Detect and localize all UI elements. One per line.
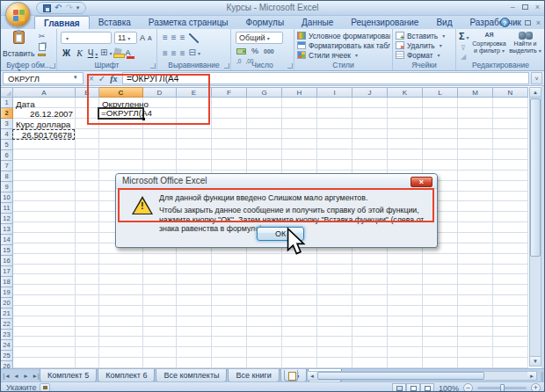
- row-header-21[interactable]: 21: [1, 309, 13, 319]
- horizontal-scrollbar[interactable]: ◄ ►: [307, 371, 537, 381]
- help-icon[interactable]: ?: [500, 18, 510, 27]
- prev-sheet-icon[interactable]: ◄: [12, 371, 20, 381]
- ribbon-tab[interactable]: Главная: [34, 16, 90, 29]
- column-header-i[interactable]: I: [317, 87, 352, 98]
- row-header-11[interactable]: 11: [1, 203, 13, 214]
- scroll-left-icon[interactable]: ◄: [308, 372, 316, 380]
- column-header-n[interactable]: N: [493, 87, 528, 98]
- percent-style-icon[interactable]: %: [251, 47, 258, 55]
- workbook-minimize-icon[interactable]: –: [515, 18, 520, 27]
- align-middle-icon[interactable]: ≡: [171, 33, 177, 43]
- comma-style-icon[interactable]: 000: [264, 48, 274, 54]
- row-header-18[interactable]: 18: [1, 277, 13, 287]
- column-header-g[interactable]: G: [247, 87, 282, 98]
- column-header-a[interactable]: A: [13, 87, 76, 98]
- zoom-slider[interactable]: [477, 387, 527, 389]
- fill-color-icon[interactable]: [113, 48, 123, 58]
- cells-button[interactable]: Формат: [396, 50, 454, 60]
- row-header-24[interactable]: 24: [1, 340, 13, 351]
- row-header-2[interactable]: 2: [1, 108, 13, 119]
- zoom-slider-thumb[interactable]: [500, 384, 505, 392]
- sheet-tab[interactable]: Все комплекты: [156, 369, 227, 382]
- align-bottom-icon[interactable]: ≡: [180, 33, 185, 43]
- cell-a3[interactable]: Курс доллара: [16, 120, 70, 129]
- row-header-8[interactable]: 8: [1, 171, 13, 182]
- qat-customize-icon[interactable]: ▾: [76, 4, 80, 11]
- horizontal-scroll-thumb[interactable]: [317, 372, 484, 380]
- font-name-select[interactable]: [61, 32, 112, 44]
- row-header-15[interactable]: 15: [1, 245, 13, 256]
- row-header-5[interactable]: 5: [1, 140, 13, 150]
- autosum-icon[interactable]: Σ: [459, 31, 469, 41]
- number-format-select[interactable]: Общий: [236, 32, 283, 44]
- zoom-in-icon[interactable]: +: [531, 383, 541, 392]
- row-header-3[interactable]: 3: [1, 119, 13, 129]
- row-header-13[interactable]: 13: [1, 224, 13, 235]
- column-header-h[interactable]: H: [282, 87, 317, 98]
- column-header-k[interactable]: K: [388, 87, 423, 98]
- row-header-14[interactable]: 14: [1, 235, 13, 245]
- italic-button[interactable]: К: [74, 47, 85, 60]
- column-header-f[interactable]: F: [212, 87, 247, 98]
- styles-button[interactable]: Форматировать как таблицу: [297, 40, 390, 50]
- sheet-tab[interactable]: Все книги: [228, 369, 279, 382]
- workbook-close-icon[interactable]: ×: [536, 18, 541, 27]
- ribbon-tab[interactable]: Рецензирование: [342, 16, 427, 29]
- cell-a2[interactable]: 26.12.2007: [13, 109, 73, 119]
- cells-button[interactable]: Вставить: [396, 31, 454, 40]
- column-header-m[interactable]: M: [458, 87, 493, 98]
- column-header-j[interactable]: J: [352, 87, 388, 98]
- tab-split-handle[interactable]: [539, 372, 543, 381]
- minimize-icon[interactable]: –: [511, 3, 515, 11]
- cut-icon[interactable]: ✂: [39, 33, 46, 40]
- row-header-7[interactable]: 7: [1, 161, 13, 171]
- grow-font-icon[interactable]: А: [140, 33, 145, 42]
- row-header-20[interactable]: 20: [1, 298, 13, 309]
- number-dialog-launcher-icon[interactable]: [287, 63, 293, 69]
- clipboard-dialog-launcher-icon[interactable]: [50, 63, 55, 69]
- next-sheet-icon[interactable]: ►: [22, 371, 30, 381]
- merge-center-icon[interactable]: ⊟: [189, 47, 200, 59]
- shrink-font-icon[interactable]: А: [148, 35, 152, 41]
- page-layout-view-icon[interactable]: [406, 383, 420, 392]
- row-header-22[interactable]: 22: [1, 319, 13, 330]
- ribbon-tab[interactable]: Разметка страницы: [140, 16, 237, 29]
- normal-view-icon[interactable]: [392, 383, 406, 392]
- font-dialog-launcher-icon[interactable]: [150, 63, 156, 69]
- row-header-4[interactable]: 4: [1, 129, 13, 140]
- fill-icon[interactable]: ⊽: [461, 44, 466, 52]
- row-header-9[interactable]: 9: [1, 182, 13, 192]
- orientation-icon[interactable]: [189, 33, 199, 43]
- row-header-19[interactable]: 19: [1, 287, 13, 298]
- insert-worksheet-icon[interactable]: [284, 370, 298, 381]
- format-painter-icon[interactable]: [38, 54, 46, 56]
- alignment-dialog-launcher-icon[interactable]: [224, 63, 229, 69]
- ribbon-tab[interactable]: Вставка: [90, 16, 140, 29]
- row-header-23[interactable]: 23: [1, 330, 13, 340]
- record-macro-icon[interactable]: [40, 383, 50, 392]
- row-header-10[interactable]: 10: [1, 192, 13, 203]
- cells-button[interactable]: Удалить: [396, 40, 454, 50]
- first-sheet-icon[interactable]: |◄: [3, 371, 11, 381]
- cell-a1[interactable]: Дата: [16, 99, 35, 109]
- office-button[interactable]: [5, 2, 31, 27]
- expand-formula-bar-icon[interactable]: ˅: [531, 72, 542, 84]
- row-header-1[interactable]: 1: [1, 98, 13, 108]
- cell-a4-marching-ants[interactable]: 26,50176678: [12, 129, 75, 141]
- scroll-down-icon[interactable]: ▼: [530, 356, 541, 366]
- styles-button[interactable]: Условное форматирование: [297, 31, 390, 40]
- page-break-view-icon[interactable]: [420, 383, 434, 392]
- close-icon[interactable]: ×: [535, 3, 540, 11]
- sheet-tab[interactable]: Комплект 5: [40, 369, 97, 382]
- font-size-select[interactable]: 11: [114, 32, 137, 44]
- accounting-format-icon[interactable]: [236, 48, 246, 54]
- ribbon-tab[interactable]: Вид: [427, 16, 461, 29]
- scroll-up-icon[interactable]: ▲: [530, 88, 541, 98]
- vertical-scrollbar[interactable]: ▲ ▼: [529, 87, 541, 367]
- sheet-tab[interactable]: Комплект 6: [98, 369, 155, 382]
- bold-button[interactable]: Ж: [61, 47, 72, 60]
- row-header-6[interactable]: 6: [1, 150, 13, 161]
- align-top-icon[interactable]: ≡: [163, 33, 168, 43]
- paste-button[interactable]: Вставить: [3, 31, 34, 61]
- clear-icon[interactable]: ◢: [461, 53, 466, 61]
